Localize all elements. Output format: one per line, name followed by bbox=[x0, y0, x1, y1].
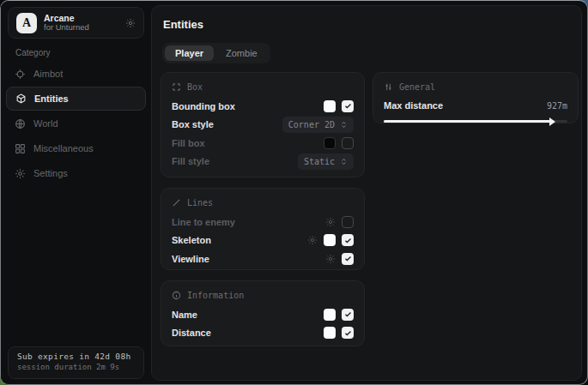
lines-section-card: Lines Line to enemy bbox=[161, 188, 365, 270]
viewline-checkbox[interactable] bbox=[342, 253, 354, 265]
bounding-box-label: Bounding box bbox=[172, 101, 324, 111]
name-checkbox[interactable] bbox=[342, 309, 354, 321]
fill-box-checkbox[interactable] bbox=[342, 137, 354, 149]
max-distance-slider[interactable] bbox=[384, 120, 567, 123]
fill-style-select[interactable]: Static bbox=[298, 153, 354, 170]
tab-zombie[interactable]: Zombie bbox=[215, 45, 268, 61]
name-color-swatch[interactable] bbox=[324, 309, 336, 321]
info-circle-icon bbox=[172, 291, 181, 300]
app-logo: A bbox=[16, 13, 37, 33]
app-logo-card: A Arcane for Unturned bbox=[8, 7, 144, 39]
sidebar: A Arcane for Unturned Category bbox=[1, 1, 151, 384]
chevron-up-down-icon bbox=[340, 121, 348, 129]
general-section-card: General Max distance 927m bbox=[373, 72, 579, 123]
box-style-row: Box style Corner 2D bbox=[172, 116, 354, 135]
name-label: Name bbox=[172, 310, 324, 320]
cube-icon bbox=[15, 93, 27, 105]
max-distance-slider-thumb[interactable] bbox=[549, 117, 555, 126]
main-panel: Entities Player Zombie Box Bounding box bbox=[151, 5, 582, 381]
max-distance-value: 927m bbox=[547, 101, 567, 111]
bounding-box-checkbox[interactable] bbox=[342, 100, 354, 112]
sidebar-item-world[interactable]: World bbox=[6, 111, 146, 135]
globe-icon bbox=[15, 118, 26, 129]
information-section-card: Information Name Distance bbox=[161, 280, 365, 346]
fill-box-color-swatch[interactable] bbox=[324, 137, 336, 149]
category-label: Category bbox=[15, 48, 51, 57]
skeleton-row: Skeleton bbox=[172, 232, 354, 250]
viewline-row: Viewline bbox=[172, 250, 354, 268]
chevron-up-down-icon bbox=[340, 158, 348, 165]
viewline-label: Viewline bbox=[172, 254, 325, 264]
sub-expiry-text: Sub expires in 42d 08h bbox=[17, 352, 135, 361]
sidebar-nav: Aimbot Entities Wo bbox=[1, 61, 151, 186]
line-to-enemy-row: Line to enemy bbox=[172, 213, 354, 232]
arcane-window: A Arcane for Unturned Category bbox=[0, 0, 588, 385]
skeleton-checkbox[interactable] bbox=[342, 234, 354, 246]
distance-label: Distance bbox=[172, 328, 324, 338]
app-subtitle: for Unturned bbox=[44, 23, 118, 33]
desktop-background: A Arcane for Unturned Category bbox=[0, 0, 588, 385]
line-to-enemy-label: Line to enemy bbox=[172, 217, 325, 227]
section-title: Lines bbox=[187, 198, 213, 208]
max-distance-label: Max distance bbox=[384, 100, 547, 111]
subscription-status-card: Sub expires in 42d 08h session duration … bbox=[8, 346, 144, 379]
skeleton-label: Skeleton bbox=[172, 235, 307, 245]
bounding-box-row: Bounding box bbox=[172, 97, 354, 116]
fill-box-label: Fill box bbox=[172, 138, 324, 148]
sidebar-item-label: World bbox=[33, 118, 58, 129]
fill-style-label: Fill style bbox=[172, 156, 298, 166]
sidebar-item-label: Entities bbox=[34, 93, 69, 104]
bounding-box-color-swatch[interactable] bbox=[324, 100, 336, 112]
name-row: Name bbox=[172, 305, 354, 324]
fill-style-row: Fill style Static bbox=[172, 153, 354, 171]
section-title: General bbox=[399, 82, 435, 92]
app-settings-gear-icon[interactable] bbox=[125, 18, 136, 28]
grid-icon bbox=[15, 143, 26, 154]
sidebar-item-aimbot[interactable]: Aimbot bbox=[6, 62, 146, 86]
scan-brackets-icon bbox=[172, 82, 181, 92]
section-title: Information bbox=[187, 291, 244, 300]
box-style-value: Corner 2D bbox=[288, 120, 335, 129]
line-to-enemy-settings-gear-icon[interactable] bbox=[325, 217, 336, 227]
page-title: Entities bbox=[163, 18, 203, 31]
box-style-select[interactable]: Corner 2D bbox=[282, 117, 354, 133]
sidebar-item-settings[interactable]: Settings bbox=[6, 161, 146, 185]
sidebar-item-miscellaneous[interactable]: Miscellaneous bbox=[6, 136, 146, 160]
distance-row: Distance bbox=[172, 324, 354, 343]
line-to-enemy-checkbox[interactable] bbox=[342, 216, 354, 228]
viewline-settings-gear-icon[interactable] bbox=[325, 254, 336, 264]
distance-color-swatch[interactable] bbox=[324, 327, 336, 339]
box-style-label: Box style bbox=[172, 119, 282, 129]
max-distance-slider-fill bbox=[384, 120, 554, 123]
gear-icon bbox=[15, 168, 26, 179]
tab-player[interactable]: Player bbox=[165, 45, 214, 61]
diagonal-line-icon bbox=[172, 198, 181, 208]
sidebar-item-label: Aimbot bbox=[33, 69, 63, 79]
skeleton-color-swatch[interactable] bbox=[324, 234, 336, 246]
sidebar-item-entities[interactable]: Entities bbox=[6, 87, 146, 111]
section-title: Box bbox=[187, 82, 203, 92]
entity-tabbar: Player Zombie bbox=[162, 43, 270, 63]
crosshair-icon bbox=[15, 69, 26, 80]
sidebar-item-label: Settings bbox=[33, 168, 68, 178]
skeleton-settings-gear-icon[interactable] bbox=[307, 235, 318, 245]
fill-style-value: Static bbox=[304, 157, 335, 166]
sidebar-item-label: Miscellaneous bbox=[33, 143, 94, 153]
distance-checkbox[interactable] bbox=[342, 327, 354, 339]
sliders-icon bbox=[384, 82, 393, 92]
fill-box-row: Fill box bbox=[172, 134, 354, 153]
session-duration-text: session duration 2m 9s bbox=[17, 363, 135, 371]
box-section-card: Box Bounding box Box style Corner 2D bbox=[161, 72, 365, 177]
